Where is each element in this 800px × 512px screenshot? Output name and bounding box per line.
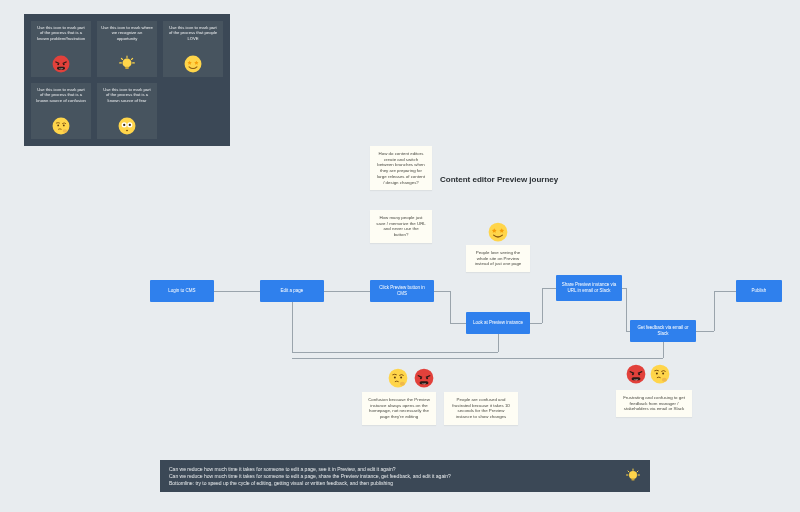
connector — [292, 358, 663, 359]
flow-click-preview: Click Preview button in CMS — [370, 280, 434, 302]
legend-confusion: Use this icon to mark part of the proces… — [31, 83, 91, 139]
svg-point-5 — [123, 58, 132, 67]
summary-bar: Can we reduce how much time it takes for… — [160, 460, 650, 492]
svg-rect-38 — [632, 479, 635, 481]
journey-title: Content editor Preview journey — [440, 175, 558, 184]
svg-point-29 — [632, 373, 634, 375]
connector — [696, 331, 714, 332]
lightbulb-icon — [118, 55, 136, 73]
note-confusion-home: Confusion because the Preview instance a… — [362, 392, 436, 425]
svg-point-25 — [426, 377, 428, 379]
thinking-icon — [650, 364, 670, 384]
legend-opportunity-text: Use this icon to mark where we recognize… — [101, 25, 153, 41]
connector — [626, 288, 627, 331]
connector — [434, 291, 450, 292]
star-eyes-icon — [488, 222, 508, 242]
svg-point-7 — [185, 56, 202, 73]
svg-point-36 — [662, 378, 667, 382]
svg-point-34 — [656, 372, 658, 374]
connector — [450, 323, 466, 324]
flow-look-preview: Look at Preview instance — [466, 312, 530, 334]
connector — [214, 291, 260, 292]
connector — [663, 342, 664, 358]
note-feedback-bad: Frustrating and confusing to get feedbac… — [616, 390, 692, 417]
journey-canvas: Use this icon to mark part of the proces… — [0, 0, 800, 512]
svg-point-16 — [129, 124, 131, 126]
svg-point-22 — [400, 382, 405, 386]
connector — [450, 291, 451, 323]
legend-confusion-text: Use this icon to mark part of the proces… — [35, 87, 87, 103]
star-eyes-icon — [184, 55, 202, 73]
angry-icon: #@! — [626, 364, 646, 384]
svg-point-35 — [662, 372, 664, 374]
legend-problem-text: Use this icon to mark part of the proces… — [35, 25, 87, 41]
note-frustrated-10s: People are confused and frustrated becau… — [444, 392, 518, 425]
svg-point-9 — [57, 125, 59, 127]
note-love-whole: People love seeing the whole site on Pre… — [466, 245, 530, 272]
legend-opportunity: Use this icon to mark where we recognize… — [97, 21, 157, 77]
svg-rect-6 — [125, 67, 128, 69]
lightbulb-icon — [625, 468, 641, 484]
svg-point-30 — [638, 373, 640, 375]
svg-point-1 — [57, 63, 59, 65]
connector — [498, 334, 499, 352]
angry-icon: #@! — [414, 368, 434, 388]
connector — [292, 352, 498, 353]
summary-line3: Bottomline: try to speed up the cycle of… — [169, 480, 451, 487]
flow-publish: Publish — [736, 280, 782, 302]
svg-point-20 — [394, 376, 396, 378]
connector — [542, 288, 556, 289]
svg-point-37 — [629, 471, 637, 479]
connector — [292, 302, 293, 352]
flow-feedback: Get feedback via email or Slack — [630, 320, 696, 342]
connector — [324, 291, 370, 292]
note-branches: How do content editors create and switch… — [370, 146, 432, 190]
svg-point-15 — [123, 124, 125, 126]
legend-fear: Use this icon to mark part of the proces… — [97, 83, 157, 139]
svg-point-11 — [63, 129, 68, 133]
svg-point-0 — [53, 56, 70, 73]
thinking-icon — [52, 117, 70, 135]
legend-love-text: Use this icon to mark part of the proces… — [167, 25, 219, 41]
svg-point-2 — [63, 63, 65, 65]
summary-line2: Can we reduce how much time it takes for… — [169, 473, 451, 480]
angry-icon: #@! — [52, 55, 70, 73]
svg-point-21 — [400, 376, 402, 378]
svg-text:#@!: #@! — [634, 378, 639, 381]
flushed-icon — [118, 117, 136, 135]
summary-line1: Can we reduce how much time it takes for… — [169, 466, 451, 473]
note-memorize: How many people just save / memorize the… — [370, 210, 432, 243]
thinking-icon — [388, 368, 408, 388]
connector — [542, 288, 543, 323]
svg-point-10 — [63, 125, 65, 127]
svg-point-24 — [420, 377, 422, 379]
connector — [714, 291, 736, 292]
svg-point-17 — [126, 130, 128, 131]
flow-share: Share Preview instance via URL in email … — [556, 275, 622, 301]
flow-login: Login to CMS — [150, 280, 214, 302]
legend-panel: Use this icon to mark part of the proces… — [24, 14, 230, 146]
legend-fear-text: Use this icon to mark part of the proces… — [101, 87, 153, 103]
legend-problem: Use this icon to mark part of the proces… — [31, 21, 91, 77]
svg-point-18 — [489, 223, 508, 242]
summary-text: Can we reduce how much time it takes for… — [169, 466, 451, 486]
flow-edit: Edit a page — [260, 280, 324, 302]
svg-text:#@!: #@! — [422, 382, 427, 385]
connector — [530, 323, 542, 324]
connector — [714, 291, 715, 331]
connector — [626, 331, 630, 332]
legend-love: Use this icon to mark part of the proces… — [163, 21, 223, 77]
svg-point-12 — [119, 118, 136, 135]
